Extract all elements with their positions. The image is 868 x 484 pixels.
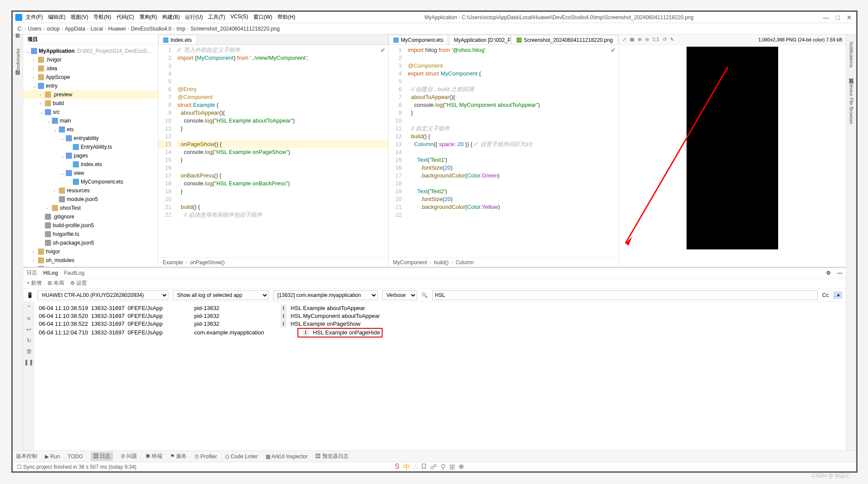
breadcrumb-item[interactable]: Screenshot_20240604111218220.png xyxy=(191,26,280,32)
tree-item[interactable]: build-profile.json5 xyxy=(23,221,158,230)
app-filter-select[interactable]: Show all log of selected app xyxy=(173,290,269,300)
tree-item[interactable]: .gitignore xyxy=(23,265,158,267)
preview-tool-icon[interactable]: ⤢ xyxy=(622,37,626,42)
menu-item[interactable]: VCS(S) xyxy=(230,14,248,21)
menu-item[interactable]: 帮助(H) xyxy=(277,14,295,21)
clear-icon[interactable]: 🗑 xyxy=(26,348,32,354)
tree-item[interactable]: ›build xyxy=(23,99,158,108)
menu-item[interactable]: 编辑(E) xyxy=(48,14,65,21)
restart-icon[interactable]: ↻ xyxy=(27,337,31,344)
tree-item[interactable]: module.json5 xyxy=(23,195,158,204)
editor-tab-mycomponent[interactable]: MyComponent.ets xyxy=(389,35,448,44)
bottom-tool-item[interactable]: ⊘ 问题 xyxy=(121,453,137,460)
tree-item[interactable]: .gitignore xyxy=(23,212,158,221)
scroll-top-icon[interactable]: ⌃ xyxy=(27,304,31,311)
preview-tool-icon[interactable]: ⊖ xyxy=(645,37,649,42)
tree-item[interactable]: ⌄main xyxy=(23,116,158,125)
preview-tool-icon[interactable]: ▦ xyxy=(630,37,634,42)
bottom-tool-item[interactable]: 版本控制 xyxy=(16,453,37,460)
log-line[interactable]: 06-04 11:10:38.522 13632-31697 0FEFE/JsA… xyxy=(39,320,841,328)
tree-item[interactable]: Index.ets xyxy=(23,160,158,169)
editor-tab-apptitle[interactable]: MyApplication [D:\002_Project\014_DevEco… xyxy=(449,35,510,44)
tree-item[interactable]: ›.hvigor xyxy=(23,55,158,64)
log-output[interactable]: 06-04 11:10:38.519 13632-31697 0FEFE/JsA… xyxy=(34,302,846,450)
log-line[interactable]: 06-04 11:10:38.519 13632-31697 0FEFE/JsA… xyxy=(39,304,841,312)
menu-item[interactable]: 代码(C) xyxy=(116,14,134,21)
regex-toggle[interactable]: .∗ xyxy=(833,291,842,299)
tree-item[interactable]: ›AppScope xyxy=(23,73,158,82)
log-add-button[interactable]: + 新增 xyxy=(27,279,41,287)
tree-item[interactable]: ⌄entry xyxy=(23,82,158,90)
left-tab-bookmarks[interactable]: Bookmarks xyxy=(15,48,21,72)
tree-item[interactable]: ⌄ets xyxy=(23,125,158,134)
breadcrumb-item[interactable]: octop xyxy=(47,26,59,32)
menu-item[interactable]: 运行(U) xyxy=(185,14,203,21)
tree-item[interactable]: ⌄pages xyxy=(23,151,158,160)
menu-item[interactable]: 文件(F) xyxy=(26,14,43,21)
code-area-right[interactable]: import hilog from '@ohos.hilog' @Compone… xyxy=(405,45,619,257)
tree-item[interactable]: ›.preview xyxy=(23,90,158,99)
bottom-tool-item[interactable]: ⟨⟩ Code Linter xyxy=(225,453,258,460)
menu-item[interactable]: 构建(B) xyxy=(162,14,180,21)
device-select[interactable]: HUAWEI CTR-AL00 (PXUYD22628020934) xyxy=(38,290,168,300)
tree-item[interactable]: MyComponent.ets xyxy=(23,177,158,186)
tree-item[interactable]: ›.idea xyxy=(23,64,158,73)
menu-item[interactable]: 工具(T) xyxy=(208,14,225,21)
log-settings-button[interactable]: ⚙ 设置 xyxy=(70,279,87,287)
preview-tool-icon[interactable]: ↺ xyxy=(663,37,666,42)
log-tab-faultlog[interactable]: FaultLog xyxy=(64,270,85,276)
soft-wrap-icon[interactable]: ↩ xyxy=(27,326,31,333)
tree-item[interactable]: ⌄src xyxy=(23,108,158,116)
right-tab-device-file[interactable]: Device File Browser xyxy=(849,82,854,124)
tree-item[interactable]: ⌄view xyxy=(23,169,158,177)
tree-item[interactable]: oh-package.json5 xyxy=(23,239,158,247)
cc-toggle[interactable]: Cc xyxy=(822,292,829,298)
bottom-tool-item[interactable]: TODO xyxy=(68,453,82,460)
menu-item[interactable]: 视图(V) xyxy=(71,14,88,21)
tree-root[interactable]: ⌄MyApplicationD:\002_Project\014_DevEcoS… xyxy=(23,47,158,55)
preview-tool-icon[interactable]: ⊕ xyxy=(638,37,642,42)
filter-icon[interactable]: ≡ xyxy=(27,315,31,322)
preview-tool-icon[interactable]: 1:1 xyxy=(653,37,659,42)
tree-item[interactable]: ›ohosTest xyxy=(23,204,158,212)
breadcrumb-item[interactable]: C: xyxy=(17,26,23,32)
gear-icon[interactable]: ⚙ xyxy=(826,270,831,276)
log-tab-log[interactable]: 日志 xyxy=(27,269,37,276)
log-line[interactable]: 06-04 11:10:38.520 13632-31697 0FEFE/JsA… xyxy=(39,312,841,320)
breadcrumb-item[interactable]: AppData xyxy=(65,26,85,32)
tree-item[interactable]: hvigorfile.ts xyxy=(23,230,158,239)
editor-tab-screenshot[interactable]: Screenshot_20240604111218220.png xyxy=(512,35,618,44)
breadcrumb-item[interactable]: Huawei xyxy=(108,26,126,32)
bottom-tool-item[interactable]: ⚑ 服务 xyxy=(170,453,187,460)
level-filter-select[interactable]: Verbose xyxy=(382,290,417,300)
process-filter-select[interactable]: [13632] com.example.myapplication xyxy=(273,290,378,300)
bottom-tool-item[interactable]: ☲ 预览器日志 xyxy=(315,453,348,460)
tree-item[interactable]: ›oh_modules xyxy=(23,256,158,265)
bottom-tool-item[interactable]: ⊙ Profiler xyxy=(195,453,217,460)
log-layout-button[interactable]: ⊞ 布局 xyxy=(48,279,64,287)
log-line[interactable]: 06-04 11:12:04.710 13632-31697 0FEFE/JsA… xyxy=(39,328,841,337)
tree-item[interactable]: EntryAbility.ts xyxy=(23,143,158,151)
tree-item[interactable]: ⌄entryability xyxy=(23,134,158,143)
minimize-panel-icon[interactable]: — xyxy=(837,270,842,276)
tree-item[interactable]: ›resources xyxy=(23,186,158,195)
bottom-tool-item[interactable]: ▶ Run xyxy=(45,453,60,460)
preview-tool-icon[interactable]: ✎ xyxy=(670,37,674,42)
right-tab-notifications[interactable]: Notifications xyxy=(849,41,854,68)
code-area-left[interactable]: // 导入外部自定义子组件import {MyComponent} from '… xyxy=(175,45,388,257)
close-button[interactable]: ✕ xyxy=(847,14,852,21)
menu-item[interactable]: 窗口(W) xyxy=(253,14,272,21)
menu-item[interactable]: 重构(R) xyxy=(140,14,157,21)
bottom-tool-item[interactable]: ▣ 终端 xyxy=(145,453,162,460)
breadcrumb-item[interactable]: DevEcoStudio4.0 xyxy=(131,26,171,32)
maximize-button[interactable]: □ xyxy=(836,14,840,21)
tree-item[interactable]: ›hvigor xyxy=(23,247,158,256)
pause-icon[interactable]: ❚❚ xyxy=(24,359,34,365)
editor-tab-index[interactable]: Index.ets xyxy=(158,35,197,44)
bottom-tool-item[interactable]: ▦ ArkUI Inspector xyxy=(266,453,308,460)
menu-item[interactable]: 导航(N) xyxy=(93,14,111,21)
bottom-tool-item[interactable]: ☲ 日志 xyxy=(91,452,113,461)
breadcrumb-item[interactable]: Users xyxy=(28,26,41,32)
breadcrumb-item[interactable]: tmp xyxy=(177,26,185,32)
log-search-input[interactable] xyxy=(432,290,818,300)
